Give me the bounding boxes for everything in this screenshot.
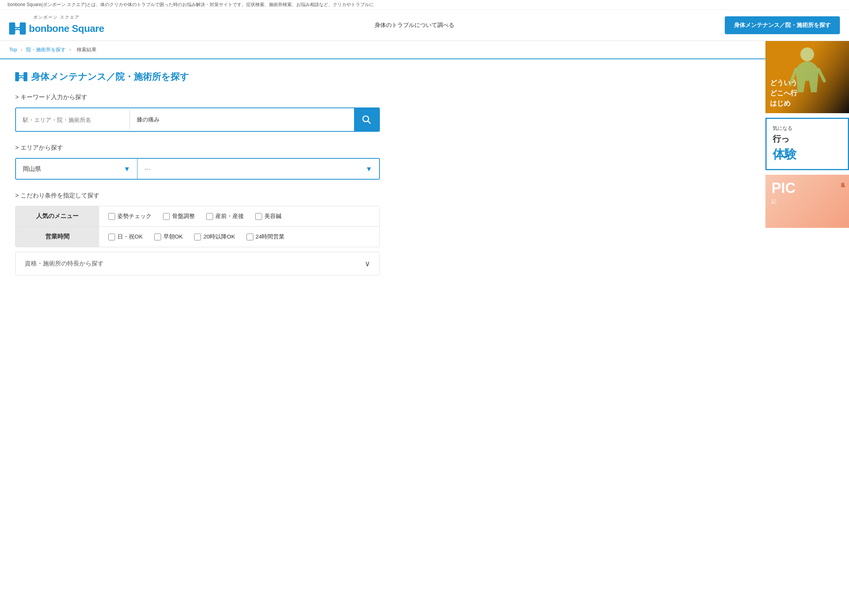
area-section: エリアから探す 岡山県 --- 北海道 東京都 大阪府 ▼: [15, 144, 403, 180]
checkbox-late[interactable]: 20時以降OK: [194, 233, 235, 240]
content-area: Top › 院・施術所を探す › 検索結果 身体メンテナンス／院・施術所を探す …: [0, 41, 765, 310]
popular-menu-row: 人気のメニュー 姿勢チェック 骨盤調整: [16, 206, 379, 227]
breadcrumb-current: 検索結果: [77, 47, 96, 52]
sidebar-card-1-line2: どこへ行: [770, 88, 797, 98]
sidebar-card-2[interactable]: 気になる 行っ 体験: [765, 118, 849, 170]
prenatal-checkbox[interactable]: [206, 213, 213, 220]
svg-rect-3: [24, 72, 27, 81]
late-label: 20時以降OK: [203, 233, 235, 240]
sidebar-card-2-small: 気になる: [773, 125, 842, 132]
conditions-grid: 人気のメニュー 姿勢チェック 骨盤調整: [15, 206, 380, 247]
header-nav: 身体のトラブルについて調べる: [104, 19, 725, 32]
prefecture-select[interactable]: 岡山県 --- 北海道 東京都 大阪府: [16, 159, 137, 179]
pelvis-checkbox[interactable]: [163, 213, 170, 220]
city-select-wrap: --- ▼: [138, 159, 379, 179]
business-hours-row: 営業時間 日・祝OK 早朝OK: [16, 227, 379, 247]
sidebar-card-1-line3: はじめ: [770, 98, 797, 109]
logo-subtitle: ボンボーン スクエア: [9, 14, 104, 20]
breadcrumb-sep1: ›: [21, 47, 22, 52]
checkbox-acupuncture[interactable]: 美容鍼: [255, 213, 281, 220]
breadcrumb-sep2: ›: [69, 47, 71, 52]
announce-bar: bonbone Square(ボンボーン スクエア)とは、体のクリカや体のトラブ…: [0, 0, 849, 10]
checkbox-24h[interactable]: 24時間営業: [247, 233, 285, 240]
popular-menu-label: 人気のメニュー: [16, 206, 99, 226]
sidebar-card-2-taiken: 体験: [773, 146, 842, 163]
area-section-label: エリアから探す: [15, 144, 403, 152]
business-hours-options: 日・祝OK 早朝OK 20時以降OK: [99, 227, 294, 246]
collapsible-feature-row[interactable]: 資格・施術所の特長から探す ∨: [15, 252, 380, 275]
checkbox-early[interactable]: 早朝OK: [154, 233, 183, 240]
prefecture-select-wrap: 岡山県 --- 北海道 東京都 大阪府 ▼: [16, 159, 138, 179]
conditions-section-label: こだわり条件を指定して探す: [15, 192, 403, 200]
24h-checkbox[interactable]: [247, 234, 253, 240]
page-title-row: 身体メンテナンス／院・施術所を探す: [15, 71, 403, 83]
early-label: 早朝OK: [163, 233, 183, 240]
svg-point-6: [800, 47, 814, 61]
late-checkbox[interactable]: [194, 234, 201, 240]
site-header: ボンボーン スクエア bonbone Square 身体のトラブルについて調べる…: [0, 10, 849, 41]
sidebar-pink-label: 記: [772, 198, 843, 205]
early-checkbox[interactable]: [154, 234, 161, 240]
sidebar-card-1-image: どういう どこへ行 はじめ: [765, 41, 849, 113]
breadcrumb: Top › 院・施術所を探す › 検索結果: [0, 41, 765, 59]
sidebar-card-1-line1: どういう: [770, 78, 797, 88]
page-title-icon: [15, 71, 27, 82]
svg-line-5: [368, 121, 370, 123]
checkbox-prenatal[interactable]: 産前・産後: [206, 213, 244, 220]
logo-text[interactable]: bonbone Square: [29, 23, 104, 35]
announce-text: bonbone Square(ボンボーン スクエア)とは、体のクリカや体のトラブ…: [8, 2, 374, 7]
collapsible-arrow: ∨: [365, 259, 370, 268]
posture-checkbox[interactable]: [108, 213, 115, 220]
svg-rect-0: [9, 22, 15, 35]
holiday-label: 日・祝OK: [117, 233, 143, 240]
pelvis-label: 骨盤調整: [172, 213, 195, 220]
sidebar-card-2-go: 行っ: [773, 133, 842, 145]
area-selects-row: 岡山県 --- 北海道 東京都 大阪府 ▼ --- ▼: [15, 158, 380, 180]
logo-main: bonbone Square: [9, 21, 104, 36]
search-icon: [362, 115, 372, 125]
logo-area: ボンボーン スクエア bonbone Square: [9, 14, 104, 36]
sidebar: どういう どこへ行 はじめ 気になる 行っ 体験 見逃し PIC 記: [765, 41, 849, 310]
page-title: 身体メンテナンス／院・施術所を探す: [31, 71, 189, 83]
breadcrumb-top[interactable]: Top: [9, 47, 17, 52]
nav-trouble-link[interactable]: 身体のトラブルについて調べる: [368, 19, 460, 32]
city-select[interactable]: ---: [138, 159, 379, 179]
keyword-left-input[interactable]: [16, 111, 130, 129]
keyword-right-input[interactable]: [130, 111, 354, 129]
checkbox-holiday[interactable]: 日・祝OK: [108, 233, 143, 240]
header-cta-button[interactable]: 身体メンテナンス／院・施術所を探す: [725, 16, 840, 34]
keyword-search-button[interactable]: [354, 108, 379, 131]
svg-rect-1: [20, 22, 26, 35]
sidebar-card-1[interactable]: どういう どこへ行 はじめ: [765, 41, 849, 113]
prenatal-label: 産前・産後: [215, 213, 244, 220]
checkbox-pelvis[interactable]: 骨盤調整: [163, 213, 195, 220]
posture-label: 姿勢チェック: [117, 213, 152, 220]
24h-label: 24時間営業: [256, 233, 285, 240]
breadcrumb-clinic[interactable]: 院・施術所を探す: [26, 47, 66, 52]
svg-rect-2: [15, 72, 19, 81]
keyword-section-label: キーワード入力から探す: [15, 93, 403, 101]
sidebar-card-1-text: どういう どこへ行 はじめ: [765, 73, 802, 113]
popular-menu-options: 姿勢チェック 骨盤調整 産前・産後: [99, 207, 291, 226]
search-container: 身体メンテナンス／院・施術所を探す キーワード入力から探す エリアから探す: [0, 59, 418, 294]
acupuncture-checkbox[interactable]: [255, 213, 262, 220]
main-wrapper: Top › 院・施術所を探す › 検索結果 身体メンテナンス／院・施術所を探す …: [0, 41, 849, 310]
collapsible-label: 資格・施術所の特長から探す: [25, 260, 104, 268]
sidebar-card-3[interactable]: 見逃し PIC 記: [765, 175, 849, 228]
sidebar-miss-text: 見逃し: [840, 179, 846, 185]
conditions-section: こだわり条件を指定して探す 人気のメニュー 姿勢チェック 骨盤調: [15, 192, 403, 275]
sidebar-pink-big: PIC: [772, 181, 843, 195]
holiday-checkbox[interactable]: [108, 234, 115, 240]
checkbox-posture[interactable]: 姿勢チェック: [108, 213, 152, 220]
acupuncture-label: 美容鍼: [264, 213, 281, 220]
keyword-search-row: [15, 107, 380, 132]
logo-icon: [9, 21, 26, 36]
business-hours-label: 営業時間: [16, 227, 99, 247]
